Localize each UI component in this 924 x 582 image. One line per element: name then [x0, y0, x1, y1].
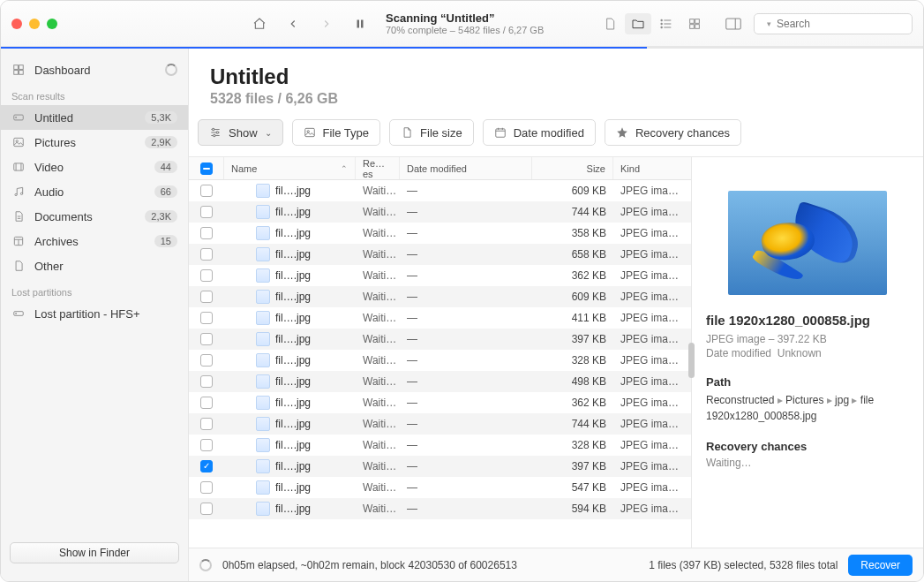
row-checkbox[interactable] — [200, 481, 213, 494]
scrollbar-thumb[interactable] — [688, 343, 695, 378]
sidebar-item-untitled[interactable]: Untitled5,3K — [1, 105, 188, 130]
row-checkbox[interactable] — [200, 503, 213, 515]
filetype-filter[interactable]: File Type — [292, 119, 381, 146]
doc-icon — [11, 210, 26, 223]
file-name: fil….jpg — [275, 291, 311, 303]
file-icon — [256, 438, 270, 452]
row-checkbox[interactable] — [200, 206, 213, 218]
table-row[interactable]: fil….jpgWaiti…—358 KBJPEG ima… — [189, 223, 691, 244]
select-all-checkbox[interactable] — [200, 163, 213, 175]
svg-rect-18 — [14, 71, 19, 75]
inspector-date-label: Date modified — [706, 347, 771, 359]
show-in-finder-button[interactable]: Show in Finder — [10, 542, 179, 563]
row-checkbox[interactable] — [200, 312, 213, 324]
table-row[interactable]: fil….jpgWaiti…—397 KBJPEG ima… — [189, 329, 691, 350]
row-checkbox[interactable] — [200, 460, 213, 472]
file-result: Waiti… — [356, 329, 400, 350]
sidebar-item-documents[interactable]: Documents2,3K — [1, 204, 188, 229]
sidebar-dashboard[interactable]: Dashboard — [1, 57, 188, 82]
view-list-icon[interactable] — [653, 13, 680, 34]
file-kind: JPEG ima… — [613, 435, 691, 456]
page-subtitle: 5328 files / 6,26 GB — [210, 91, 902, 107]
table-row[interactable]: fil….jpgWaiti…—397 KBJPEG ima… — [189, 456, 691, 477]
column-header-name[interactable]: Name ⌃ — [224, 157, 356, 179]
row-checkbox[interactable] — [200, 227, 213, 239]
row-checkbox[interactable] — [200, 418, 213, 430]
row-checkbox[interactable] — [200, 269, 213, 282]
show-filter[interactable]: Show ⌄ — [198, 119, 283, 146]
row-checkbox[interactable] — [200, 333, 213, 345]
file-size: 744 KB — [532, 413, 613, 435]
filesize-filter[interactable]: File size — [389, 119, 474, 146]
window-zoom-button[interactable] — [47, 19, 57, 29]
sidebar-item-video[interactable]: Video44 — [1, 155, 188, 179]
window-close-button[interactable] — [11, 19, 22, 29]
file-result: Waiti… — [356, 244, 400, 265]
column-header-results[interactable]: Re…es — [356, 157, 400, 179]
table-row[interactable]: fil….jpgWaiti…—547 KBJPEG ima… — [189, 477, 691, 498]
table-row[interactable]: fil….jpgWaiti…—411 KBJPEG ima… — [189, 307, 691, 329]
row-checkbox[interactable] — [200, 291, 213, 303]
sidebar-item-other[interactable]: Other — [1, 253, 188, 278]
toggle-sidebar-icon[interactable] — [720, 13, 747, 34]
file-result: Waiti… — [356, 435, 400, 456]
forward-button[interactable] — [313, 13, 340, 34]
svg-rect-11 — [695, 24, 700, 28]
search-field[interactable]: ▾ — [754, 13, 913, 34]
table-row[interactable]: fil….jpgWaiti…—744 KBJPEG ima… — [189, 201, 691, 223]
sidebar-item-pictures[interactable]: Pictures2,9K — [1, 130, 188, 155]
sidebar-scan-results-header: Scan results — [1, 82, 188, 105]
star-icon — [616, 126, 628, 139]
table-row[interactable]: fil….jpgWaiti…—328 KBJPEG ima… — [189, 350, 691, 371]
column-header-size[interactable]: Size — [532, 157, 613, 179]
sidebar-lost-partition[interactable]: Lost partition - HFS+ — [1, 301, 188, 326]
file-size: 328 KB — [532, 350, 613, 371]
calendar-icon — [494, 126, 507, 139]
column-header-date[interactable]: Date modified — [400, 157, 532, 179]
table-row[interactable]: fil….jpgWaiti…—498 KBJPEG ima… — [189, 371, 691, 392]
window-minimize-button[interactable] — [29, 19, 40, 29]
table-row[interactable]: fil….jpgWaiti…—609 KBJPEG ima… — [189, 286, 691, 307]
row-checkbox[interactable] — [200, 248, 213, 261]
column-header-kind[interactable]: Kind — [613, 157, 691, 179]
view-folder-icon[interactable] — [625, 13, 651, 34]
table-row[interactable]: fil….jpgWaiti…—362 KBJPEG ima… — [189, 265, 691, 286]
sidebar-item-badge: 15 — [154, 235, 177, 247]
view-file-icon[interactable] — [597, 13, 623, 34]
table-row[interactable]: fil….jpgWaiti…—658 KBJPEG ima… — [189, 244, 691, 265]
recovery-chances-filter[interactable]: Recovery chances — [605, 119, 741, 146]
table-row[interactable]: fil….jpgWaiti…—744 KBJPEG ima… — [189, 413, 691, 435]
sidebar-item-archives[interactable]: Archives15 — [1, 229, 188, 253]
file-icon — [256, 459, 270, 473]
video-icon — [11, 161, 26, 173]
toolbar-title: Scanning “Untitled” — [386, 11, 590, 25]
file-name: fil….jpg — [275, 460, 311, 472]
table-row[interactable]: fil….jpgWaiti…—362 KBJPEG ima… — [189, 392, 691, 413]
date-filter[interactable]: Date modified — [483, 119, 596, 146]
recover-button[interactable]: Recover — [848, 555, 913, 576]
row-checkbox[interactable] — [200, 185, 213, 197]
back-button[interactable] — [280, 13, 306, 34]
file-kind: JPEG ima… — [613, 244, 691, 265]
search-input[interactable] — [777, 18, 909, 30]
row-checkbox[interactable] — [200, 397, 213, 409]
sidebar-item-audio[interactable]: Audio66 — [1, 179, 188, 204]
file-result: Waiti… — [356, 286, 400, 307]
pause-button[interactable] — [347, 13, 373, 34]
file-kind: JPEG ima… — [613, 180, 691, 201]
file-name: fil….jpg — [275, 248, 311, 261]
home-button[interactable] — [246, 13, 273, 34]
file-name: fil….jpg — [275, 185, 311, 197]
row-checkbox[interactable] — [200, 439, 213, 451]
file-result: Waiti… — [356, 392, 400, 413]
table-row[interactable]: fil….jpgWaiti…—594 KBJPEG ima… — [189, 498, 691, 519]
row-checkbox[interactable] — [200, 354, 213, 367]
table-row[interactable]: fil….jpgWaiti…—609 KBJPEG ima… — [189, 180, 691, 201]
column-header-check[interactable] — [189, 157, 224, 179]
row-checkbox[interactable] — [200, 375, 213, 388]
view-grid-icon[interactable] — [681, 13, 708, 34]
sidebar-item-label: Archives — [34, 235, 146, 248]
table-row[interactable]: fil….jpgWaiti…—328 KBJPEG ima… — [189, 435, 691, 456]
svg-rect-1 — [361, 19, 364, 27]
file-icon — [256, 247, 270, 261]
